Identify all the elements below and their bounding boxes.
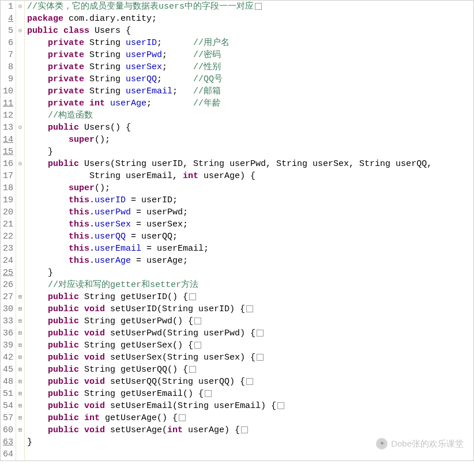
comment-token: //年龄 [193,99,221,108]
keyword-token: public [48,377,79,387]
folded-block-icon[interactable] [257,330,264,337]
line-number: 42 [2,352,14,364]
text-token: String [84,86,126,96]
fold-marker[interactable]: ⊞ [16,291,24,303]
fold-marker[interactable]: ⊝ [16,122,24,134]
field-token: userAge [110,99,146,108]
keyword-token: this [69,207,89,217]
fold-marker [16,13,24,25]
folded-block-icon[interactable] [189,293,196,300]
text-token: = userAge; [131,256,188,266]
folded-block-icon[interactable] [194,318,201,324]
line-number: 64 [2,448,14,460]
folded-block-icon[interactable] [277,402,284,409]
fold-marker[interactable]: ⊞ [16,315,24,327]
line-number: 23 [2,243,14,255]
line-number: 15 [2,146,14,158]
fold-marker [16,279,24,291]
fold-marker [16,97,24,109]
field-token: userQQ [95,232,126,241]
keyword-token: int [167,425,183,435]
code-line: } [27,267,473,279]
code-line: super(); [27,182,473,194]
text-token [27,413,48,423]
code-line: private String userPwd; //密码 [27,49,473,61]
text-token: = userEmail; [141,244,209,254]
folded-block-icon[interactable] [246,305,253,312]
fold-marker[interactable]: ⊞ [16,339,24,352]
fold-marker[interactable]: ⊝ [16,1,24,13]
text-token: setUserEmail(String userEmail) { [105,401,276,411]
code-line: public void setUserQQ(String userQQ) { [27,376,473,388]
code-line: public int getUserAge() { [27,412,473,424]
fold-marker [16,243,24,255]
fold-marker[interactable]: ⊝ [16,158,24,170]
fold-marker[interactable]: ⊞ [16,376,24,388]
keyword-token: public [48,389,79,399]
line-number: 27 [2,291,14,303]
folded-block-icon[interactable] [246,378,253,385]
keyword-token: int [183,171,198,181]
line-number: 13 [2,122,14,134]
code-line: public void setUserSex(String userSex) { [27,352,473,364]
text-token [27,280,48,290]
keyword-token: private [48,50,84,60]
field-token: userEmail [95,244,141,254]
fold-marker [16,206,24,218]
line-number: 25 [2,267,14,279]
folded-block-icon[interactable] [257,354,264,361]
folded-block-icon[interactable] [194,342,201,349]
fold-marker[interactable]: ⊞ [16,412,24,424]
text-token: String [84,62,126,72]
keyword-token: public [48,353,79,362]
folded-block-icon[interactable] [241,426,248,433]
line-number: 11 [2,97,14,109]
line-number: 21 [2,218,14,231]
text-token: setUserID(String userID) { [105,304,245,314]
code-line: this.userQQ = userQQ; [27,231,473,243]
folded-block-icon[interactable] [179,414,186,421]
fold-marker[interactable]: ⊞ [16,388,24,400]
folded-block-icon[interactable] [189,366,196,373]
folded-block-icon[interactable] [205,390,212,397]
code-line: this.userID = userID; [27,194,473,206]
code-line: private int userAge; //年龄 [27,97,473,109]
text-token: com.diary.entity; [63,14,157,24]
code-line [27,448,473,460]
line-number: 48 [2,376,14,388]
text-token [27,389,48,399]
fold-marker[interactable]: ⊝ [16,25,24,37]
keyword-token: public [48,159,79,169]
fold-marker[interactable]: ⊞ [16,303,24,315]
keyword-token: private [48,62,84,72]
text-token: setUserSex(String userSex) { [105,353,255,362]
keyword-token: public [48,341,79,350]
text-token: ; [157,74,193,84]
text-token [27,425,48,435]
code-line: public void setUserPwd(String userPwd) { [27,327,473,339]
folded-block-icon[interactable] [255,3,262,10]
keyword-token: public [27,26,58,36]
code-line: package com.diary.entity; [27,13,473,25]
keyword-token: package [27,14,63,24]
comment-token: //QQ号 [193,74,223,84]
line-number: 22 [2,231,14,243]
comment-token: //密码 [193,50,221,60]
code-line: this.userSex = userSex; [27,218,473,231]
line-number: 20 [2,206,14,218]
fold-marker[interactable]: ⊞ [16,400,24,412]
text-token: ; [162,50,193,60]
text-token [27,244,69,254]
keyword-token: public [48,123,79,133]
text-token [27,328,48,338]
text-token [58,26,63,36]
code-line: this.userAge = userAge; [27,255,473,267]
line-number: 39 [2,339,14,352]
fold-marker[interactable]: ⊞ [16,424,24,436]
fold-marker[interactable]: ⊞ [16,352,24,364]
text-token: = userID; [126,195,178,205]
fold-marker[interactable]: ⊞ [16,327,24,339]
text-token: (); [95,183,110,193]
fold-marker[interactable]: ⊞ [16,364,24,376]
fold-marker [16,182,24,194]
